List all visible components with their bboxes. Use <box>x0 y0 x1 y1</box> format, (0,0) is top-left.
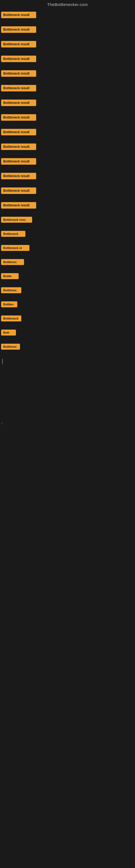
bottleneck-badge-7[interactable]: Bottleneck result <box>1 99 36 106</box>
separator-23 <box>0 337 135 342</box>
separator-17 <box>0 252 135 257</box>
text-cursor <box>2 359 3 364</box>
bottleneck-item-24[interactable]: Bottlenec <box>0 342 135 351</box>
separator-10 <box>0 152 135 156</box>
bottleneck-badge-3[interactable]: Bottleneck result <box>1 41 36 48</box>
bottleneck-badge-13[interactable]: Bottleneck result <box>1 187 36 194</box>
separator-18 <box>0 267 135 272</box>
bottleneck-item-21[interactable]: Bottlen <box>0 300 135 309</box>
separator-14 <box>0 210 135 215</box>
separator-1 <box>0 20 135 25</box>
bottleneck-badge-24[interactable]: Bottlenec <box>1 344 20 350</box>
bottleneck-badge-20[interactable]: Bottlenec <box>1 287 21 293</box>
separator-20 <box>0 295 135 300</box>
bottleneck-item-9[interactable]: Bottleneck result <box>0 127 135 137</box>
separator-9 <box>0 137 135 142</box>
bottleneck-badge-16[interactable]: Bottleneck <box>1 231 26 237</box>
bottleneck-item-14[interactable]: Bottleneck result <box>0 200 135 210</box>
bottleneck-badge-4[interactable]: Bottleneck result <box>1 56 36 62</box>
cursor-area <box>0 359 135 364</box>
bottleneck-item-11[interactable]: Bottleneck result <box>0 156 135 166</box>
bottleneck-item-15[interactable]: Bottleneck resu <box>0 215 135 224</box>
bottleneck-item-3[interactable]: Bottleneck result <box>0 39 135 49</box>
bottleneck-item-7[interactable]: Bottleneck result <box>0 98 135 108</box>
bottleneck-badge-2[interactable]: Bottleneck result <box>1 26 36 33</box>
bottleneck-item-12[interactable]: Bottleneck result <box>0 171 135 181</box>
separator-16 <box>0 239 135 243</box>
bottom-char-text: c <box>1 421 3 425</box>
bottleneck-item-18[interactable]: Bottlenec <box>0 257 135 267</box>
separator-3 <box>0 49 135 54</box>
bottleneck-badge-10[interactable]: Bottleneck result <box>1 144 36 150</box>
bottleneck-item-20[interactable]: Bottlenec <box>0 286 135 295</box>
bottleneck-item-16[interactable]: Bottleneck <box>0 229 135 239</box>
separator-8 <box>0 122 135 127</box>
separator-21 <box>0 309 135 314</box>
bottleneck-badge-5[interactable]: Bottleneck result <box>1 70 36 77</box>
bottleneck-item-13[interactable]: Bottleneck result <box>0 186 135 195</box>
empty-space-2 <box>0 425 135 533</box>
separator-5 <box>0 79 135 83</box>
bottleneck-item-4[interactable]: Bottleneck result <box>0 54 135 64</box>
bottleneck-item-10[interactable]: Bottleneck result <box>0 142 135 152</box>
bottleneck-item-23[interactable]: Bott <box>0 328 135 337</box>
bottleneck-badge-8[interactable]: Bottleneck result <box>1 114 36 121</box>
site-header: TheBottlenecker.com <box>0 0 135 10</box>
bottleneck-badge-11[interactable]: Bottleneck result <box>1 158 36 165</box>
separator-4 <box>0 64 135 69</box>
bottleneck-item-19[interactable]: Bottle <box>0 272 135 281</box>
separator-7 <box>0 108 135 113</box>
bottleneck-item-2[interactable]: Bottleneck result <box>0 25 135 34</box>
bottleneck-badge-19[interactable]: Bottle <box>1 273 18 279</box>
bottleneck-badge-9[interactable]: Bottleneck result <box>1 129 36 135</box>
bottom-char-display: c <box>0 421 135 425</box>
bottleneck-item-22[interactable]: Bottleneck <box>0 314 135 323</box>
bottleneck-item-17[interactable]: Bottleneck re <box>0 243 135 252</box>
bottleneck-badge-21[interactable]: Bottlen <box>1 301 17 307</box>
bottleneck-badge-1[interactable]: Bottleneck result <box>1 12 36 18</box>
separator-13 <box>0 195 135 200</box>
bottleneck-item-5[interactable]: Bottleneck result <box>0 69 135 79</box>
separator-6 <box>0 93 135 98</box>
bottleneck-badge-15[interactable]: Bottleneck resu <box>1 217 32 223</box>
separator-19 <box>0 281 135 286</box>
separator-11 <box>0 166 135 171</box>
bottleneck-item-6[interactable]: Bottleneck result <box>0 83 135 93</box>
bottleneck-badge-22[interactable]: Bottleneck <box>1 315 21 321</box>
bottleneck-item-1[interactable]: Bottleneck result <box>0 10 135 20</box>
separator-22 <box>0 323 135 328</box>
bottleneck-item-8[interactable]: Bottleneck result <box>0 113 135 122</box>
separator-12 <box>0 181 135 186</box>
empty-space-1 <box>0 364 135 418</box>
separator-2 <box>0 34 135 39</box>
bottleneck-badge-12[interactable]: Bottleneck result <box>1 173 36 179</box>
bottleneck-list: Bottleneck resultBottleneck resultBottle… <box>0 10 135 356</box>
bottleneck-badge-17[interactable]: Bottleneck re <box>1 245 30 251</box>
separator-24 <box>0 351 135 356</box>
site-title: TheBottlenecker.com <box>47 2 88 7</box>
bottleneck-badge-18[interactable]: Bottlenec <box>1 259 24 265</box>
bottleneck-badge-14[interactable]: Bottleneck result <box>1 202 36 209</box>
bottleneck-badge-6[interactable]: Bottleneck result <box>1 85 36 91</box>
bottleneck-badge-23[interactable]: Bott <box>1 330 16 336</box>
separator-15 <box>0 224 135 229</box>
